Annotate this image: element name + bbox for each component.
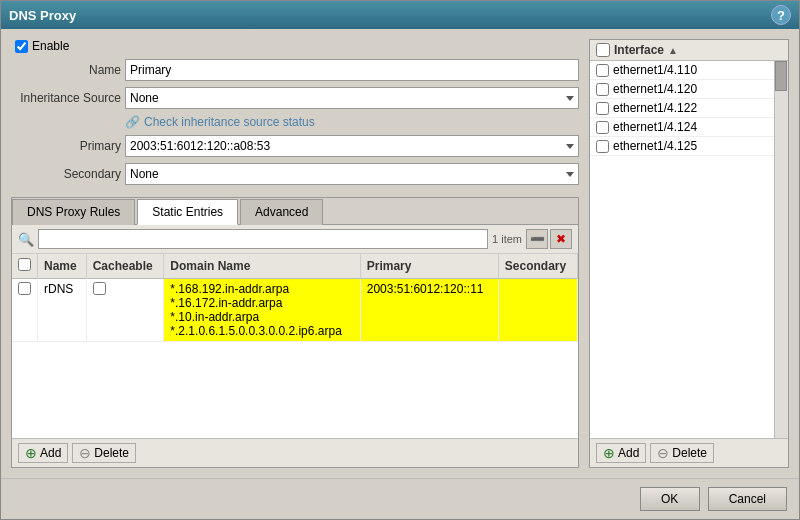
domain-entry-1: *.168.192.in-addr.arpa	[170, 282, 353, 296]
cancel-button[interactable]: Cancel	[708, 487, 787, 511]
tab-advanced[interactable]: Advanced	[240, 199, 323, 225]
interface-add-icon: ⊕	[603, 446, 615, 460]
interface-label-2: ethernet1/4.122	[613, 101, 697, 115]
table-add-button[interactable]: ⊕ Add	[18, 443, 68, 463]
row-cacheable-cell	[86, 279, 164, 342]
interface-delete-icon: ⊖	[657, 446, 669, 460]
clear-button[interactable]: ✖	[550, 229, 572, 249]
domain-entry-4: *.2.1.0.6.1.5.0.0.3.0.0.2.ip6.arpa	[170, 324, 353, 338]
expand-button[interactable]: ➖	[526, 229, 548, 249]
interface-delete-button[interactable]: ⊖ Delete	[650, 443, 714, 463]
interface-checkbox-3[interactable]	[596, 121, 609, 134]
row-checkbox[interactable]	[18, 282, 31, 295]
row-primary-cell: 2003:51:6012:120::11	[360, 279, 498, 342]
col-secondary: Secondary	[498, 254, 577, 279]
col-name: Name	[38, 254, 87, 279]
table-delete-button[interactable]: ⊖ Delete	[72, 443, 136, 463]
main-content: Enable Name Inheritance Source None 🔗 Ch…	[1, 29, 799, 478]
tabs-area: DNS Proxy Rules Static Entries Advanced …	[11, 197, 579, 468]
interface-list: ethernet1/4.110 ethernet1/4.120 ethernet…	[590, 61, 788, 438]
interface-add-button[interactable]: ⊕ Add	[596, 443, 646, 463]
interface-select-all[interactable]	[596, 43, 610, 57]
select-all-checkbox[interactable]	[18, 258, 31, 271]
interface-checkbox-0[interactable]	[596, 64, 609, 77]
data-table: Name Cacheable Domain Name Primary Secon…	[12, 254, 578, 438]
primary-select[interactable]: 2003:51:6012:120::a08:53	[125, 135, 579, 157]
name-row: Name	[11, 59, 579, 81]
interface-item-2[interactable]: ethernet1/4.122	[590, 99, 788, 118]
interface-header-label: Interface	[614, 43, 664, 57]
secondary-select[interactable]: None	[125, 163, 579, 185]
interface-checkbox-1[interactable]	[596, 83, 609, 96]
dialog-footer: OK Cancel	[1, 478, 799, 519]
row-domain-cell: *.168.192.in-addr.arpa *.16.172.in-addr.…	[164, 279, 360, 342]
interface-panel: Interface ▲ ethernet1/4.110 ethernet1/4.…	[589, 39, 789, 468]
item-count: 1 item	[492, 233, 522, 245]
title-bar: DNS Proxy ?	[1, 1, 799, 29]
check-inheritance-row: 🔗 Check inheritance source status	[11, 115, 579, 129]
interface-item-1[interactable]: ethernet1/4.120	[590, 80, 788, 99]
domain-entry-3: *.10.in-addr.arpa	[170, 310, 353, 324]
row-secondary-cell	[498, 279, 577, 342]
interface-item-4[interactable]: ethernet1/4.125	[590, 137, 788, 156]
row-cacheable-checkbox[interactable]	[93, 282, 106, 295]
secondary-row: Secondary None	[11, 163, 579, 185]
table-row[interactable]: rDNS *.168.192.in-addr.arpa *.16.172.in-…	[12, 279, 578, 342]
inheritance-row: Inheritance Source None	[11, 87, 579, 109]
scrollbar-thumb[interactable]	[775, 61, 787, 91]
search-input[interactable]	[38, 229, 488, 249]
interface-header: Interface ▲	[590, 40, 788, 61]
table-footer: ⊕ Add ⊖ Delete	[12, 438, 578, 467]
primary-row: Primary 2003:51:6012:120::a08:53	[11, 135, 579, 157]
search-bar: 🔍 1 item ➖ ✖	[12, 225, 578, 254]
add-icon: ⊕	[25, 446, 37, 460]
enable-label: Enable	[32, 39, 69, 53]
tab-content: 🔍 1 item ➖ ✖	[12, 225, 578, 467]
col-checkbox	[12, 254, 38, 279]
row-checkbox-cell	[12, 279, 38, 342]
inheritance-label: Inheritance Source	[11, 91, 121, 105]
left-panel: Enable Name Inheritance Source None 🔗 Ch…	[11, 39, 579, 468]
interface-label-1: ethernet1/4.120	[613, 82, 697, 96]
search-buttons: ➖ ✖	[526, 229, 572, 249]
ok-button[interactable]: OK	[640, 487, 700, 511]
name-label: Name	[11, 63, 121, 77]
col-cacheable: Cacheable	[86, 254, 164, 279]
link-icon: 🔗	[125, 115, 140, 129]
dialog-title: DNS Proxy	[9, 8, 76, 23]
interface-checkbox-2[interactable]	[596, 102, 609, 115]
interface-label-4: ethernet1/4.125	[613, 139, 697, 153]
scrollbar-track[interactable]	[774, 61, 788, 438]
inheritance-select[interactable]: None	[125, 87, 579, 109]
domain-entry-2: *.16.172.in-addr.arpa	[170, 296, 353, 310]
col-primary: Primary	[360, 254, 498, 279]
delete-icon: ⊖	[79, 446, 91, 460]
right-panel: Interface ▲ ethernet1/4.110 ethernet1/4.…	[589, 39, 789, 468]
interface-checkbox-4[interactable]	[596, 140, 609, 153]
interface-item-0[interactable]: ethernet1/4.110	[590, 61, 788, 80]
dns-proxy-dialog: DNS Proxy ? Enable Name Inheritance Sour…	[0, 0, 800, 520]
interface-item-3[interactable]: ethernet1/4.124	[590, 118, 788, 137]
primary-label: Primary	[11, 139, 121, 153]
help-button[interactable]: ?	[771, 5, 791, 25]
secondary-label: Secondary	[11, 167, 121, 181]
col-domain-name: Domain Name	[164, 254, 360, 279]
search-icon: 🔍	[18, 232, 34, 247]
interface-label-3: ethernet1/4.124	[613, 120, 697, 134]
name-input[interactable]	[125, 59, 579, 81]
enable-checkbox[interactable]	[15, 40, 28, 53]
table-header-row: Name Cacheable Domain Name Primary Secon…	[12, 254, 578, 279]
title-bar-right: ?	[771, 5, 791, 25]
sort-arrow-icon: ▲	[668, 45, 678, 56]
tab-dns-proxy-rules[interactable]: DNS Proxy Rules	[12, 199, 135, 225]
row-name-cell: rDNS	[38, 279, 87, 342]
enable-row: Enable	[11, 39, 579, 53]
tab-static-entries[interactable]: Static Entries	[137, 199, 238, 225]
tab-bar: DNS Proxy Rules Static Entries Advanced	[12, 198, 578, 225]
check-inheritance-label[interactable]: Check inheritance source status	[144, 115, 315, 129]
interface-footer: ⊕ Add ⊖ Delete	[590, 438, 788, 467]
interface-label-0: ethernet1/4.110	[613, 63, 697, 77]
